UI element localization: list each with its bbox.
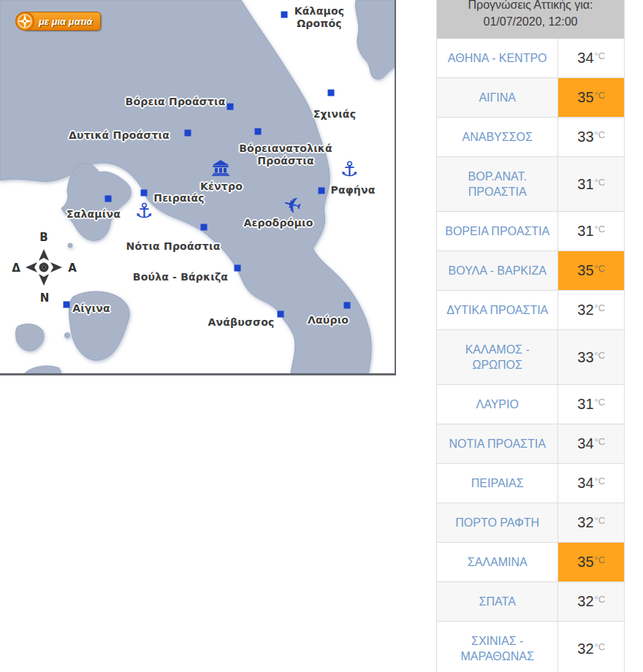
temperature-value: 32	[577, 641, 593, 657]
map-marker-icon[interactable]	[235, 265, 241, 272]
temperature-value: 31	[577, 176, 593, 193]
temperature-unit: °C	[595, 177, 606, 188]
map-location-label: Σαλαμίνα	[66, 208, 121, 221]
temperature-cell: 31 °C	[558, 157, 624, 211]
forecast-panel: Προγνώσεις Αττικής για: 01/07/2020, 12:0…	[436, 0, 625, 672]
temperature-unit: °C	[595, 641, 606, 652]
map-marker-icon[interactable]	[227, 104, 234, 110]
temperature-cell: 34 °C	[558, 464, 624, 503]
temperature-value: 34	[577, 475, 593, 492]
map-location-label: Λαύριο	[308, 314, 349, 327]
location-name: ΑΝΑΒΥΣΣΟΣ	[437, 118, 558, 156]
map-location-label: Αεροδρόμιο	[244, 217, 313, 229]
temperature-value: 32	[577, 593, 593, 610]
forecast-row[interactable]: ΑΙΓΙΝΑ 35 °C	[437, 78, 624, 118]
temperature-value: 33	[577, 129, 593, 145]
temperature-value: 31	[577, 223, 593, 240]
compass-badge-icon	[15, 11, 35, 31]
map-location-label: Πειραιάς	[153, 192, 205, 205]
location-name: ΣΑΛΑΜΙΝΑ	[437, 543, 558, 581]
forecast-row[interactable]: ΣΠΑΤΑ 32 °C	[437, 582, 624, 622]
temperature-unit: °C	[595, 224, 606, 234]
location-name: ΔΥΤΙΚΑ ΠΡΟΑΣΤΙΑ	[437, 291, 558, 329]
location-name: ΠΟΡΤΟ ΡΑΦΤΗ	[437, 503, 558, 542]
map-marker-icon[interactable]	[105, 196, 112, 202]
temperature-unit: °C	[595, 263, 606, 274]
forecast-row[interactable]: ΑΘΗΝΑ - ΚΕΝΤΡΟ 34 °C	[437, 39, 624, 78]
map-location-label: Κέντρο	[200, 180, 243, 193]
attica-map[interactable]: με μια ματιά Β Ν Α Δ Κάλαμος ΩροπόςΒόρει…	[0, 0, 396, 375]
map-marker-icon[interactable]	[328, 90, 335, 96]
forecast-row[interactable]: ΚΑΛΑΜΟΣ - ΩΡΩΠΟΣ 33 °C	[437, 330, 624, 385]
map-location-label: Βόρειανατολικά Προάστια	[239, 142, 332, 167]
temperature-unit: °C	[595, 476, 606, 486]
forecast-row[interactable]: ΛΑΥΡΙΟ 31 °C	[437, 385, 624, 424]
temperature-cell: 34 °C	[558, 39, 624, 77]
forecast-header: Προγνώσεις Αττικής για: 01/07/2020, 12:0…	[437, 0, 624, 39]
map-marker-icon[interactable]	[141, 190, 148, 196]
temperature-unit: °C	[595, 436, 606, 447]
compass-north-label: Β	[39, 231, 47, 244]
map-location-label: Βόρεια Προάστια	[126, 96, 226, 108]
temperature-cell: 34 °C	[558, 424, 624, 463]
map-location-label: Κάλαμος Ωροπός	[294, 5, 345, 30]
forecast-header-title: Προγνώσεις Αττικής για:	[437, 0, 624, 13]
weather-forecast-page: με μια ματιά Β Ν Α Δ Κάλαμος ΩροπόςΒόρει…	[0, 0, 643, 672]
map-marker-icon[interactable]	[319, 188, 325, 194]
location-name: ΒΟΡΕΙΑ ΠΡΟΑΣΤΙΑ	[437, 212, 558, 251]
temperature-unit: °C	[595, 302, 606, 313]
temperature-value: 34	[577, 50, 593, 66]
forecast-row[interactable]: ΠΟΡΤΟ ΡΑΦΤΗ 32 °C	[437, 503, 624, 543]
temperature-cell: 35 °C	[558, 543, 624, 581]
location-name: ΠΕΙΡΑΙΑΣ	[437, 464, 558, 503]
temperature-unit: °C	[595, 594, 606, 605]
location-name: ΒΟΡ.ΑΝΑΤ. ΠΡΟΑΣΤΙΑ	[437, 157, 558, 211]
compass-rose-icon	[23, 247, 64, 288]
temperature-value: 34	[577, 435, 593, 452]
location-name: ΒΟΥΛΑ - ΒΑΡΚΙΖΑ	[437, 251, 558, 290]
map-marker-icon[interactable]	[281, 12, 288, 18]
temperature-cell: 35 °C	[558, 78, 624, 117]
location-name: ΚΑΛΑΜΟΣ - ΩΡΩΠΟΣ	[437, 330, 558, 384]
temperature-cell: 33 °C	[558, 330, 624, 384]
temperature-unit: °C	[595, 350, 606, 361]
temperature-value: 35	[577, 262, 593, 279]
forecast-row[interactable]: ΑΝΑΒΥΣΣΟΣ 33 °C	[437, 118, 624, 157]
forecast-row[interactable]: ΒΟΡ.ΑΝΑΤ. ΠΡΟΑΣΤΙΑ 31 °C	[437, 157, 624, 212]
temperature-value: 35	[577, 89, 593, 106]
glance-button[interactable]: με μια ματιά	[22, 12, 101, 31]
temperature-cell: 32 °C	[558, 622, 624, 672]
forecast-rows: ΑΘΗΝΑ - ΚΕΝΤΡΟ 34 °C ΑΙΓΙΝΑ 35 °C ΑΝΑΒΥΣ…	[437, 39, 624, 672]
forecast-row[interactable]: ΒΟΡΕΙΑ ΠΡΟΑΣΤΙΑ 31 °C	[437, 212, 624, 251]
anchor-icon: ⚓	[340, 159, 358, 180]
forecast-row[interactable]: ΝΟΤΙΑ ΠΡΟΑΣΤΙΑ 34 °C	[437, 424, 624, 464]
temperature-value: 33	[577, 349, 593, 366]
map-marker-icon[interactable]	[185, 130, 191, 137]
temperature-unit: °C	[595, 397, 606, 408]
temperature-cell: 35 °C	[558, 251, 624, 290]
forecast-row[interactable]: ΠΕΙΡΑΙΑΣ 34 °C	[437, 464, 624, 503]
temperature-cell: 32 °C	[558, 582, 624, 621]
map-location-label: Αίγινα	[72, 302, 110, 315]
temperature-value: 32	[577, 302, 593, 318]
temperature-cell: 32 °C	[558, 503, 624, 542]
forecast-row[interactable]: ΔΥΤΙΚΑ ΠΡΟΑΣΤΙΑ 32 °C	[437, 291, 624, 330]
forecast-row[interactable]: ΣΑΛΑΜΙΝΑ 35 °C	[437, 543, 624, 582]
temple-icon	[212, 160, 229, 176]
map-location-label: Βούλα - Βάρκιζα	[133, 271, 228, 283]
location-name: ΝΟΤΙΑ ΠΡΟΑΣΤΙΑ	[437, 424, 558, 463]
map-marker-icon[interactable]	[278, 311, 284, 318]
map-marker-icon[interactable]	[201, 224, 208, 231]
compass-east-label: Α	[68, 261, 77, 275]
map-location-label: Σχινιάς	[313, 108, 356, 121]
temperature-unit: °C	[595, 554, 606, 565]
forecast-row[interactable]: ΣΧΙΝΙΑΣ - ΜΑΡΑΘΩΝΑΣ 32 °C	[437, 622, 624, 672]
map-marker-icon[interactable]	[64, 302, 70, 308]
map-marker-icon[interactable]	[344, 302, 351, 309]
temperature-unit: °C	[595, 50, 606, 61]
temperature-value: 31	[577, 396, 593, 413]
temperature-value: 35	[577, 554, 593, 570]
forecast-row[interactable]: ΒΟΥΛΑ - ΒΑΡΚΙΖΑ 35 °C	[437, 251, 624, 291]
map-marker-icon[interactable]	[255, 129, 262, 135]
temperature-cell: 33 °C	[558, 118, 624, 156]
